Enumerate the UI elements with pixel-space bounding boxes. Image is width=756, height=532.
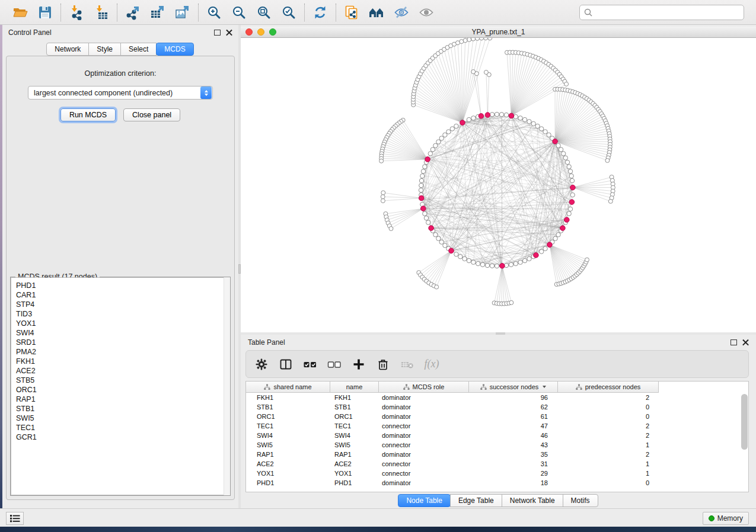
delete-columns-icon[interactable] — [376, 357, 390, 371]
list-item[interactable]: STP4 — [16, 300, 225, 309]
list-item[interactable]: PMA2 — [16, 347, 225, 357]
import-network-icon[interactable] — [68, 4, 85, 21]
network-canvas[interactable] — [241, 38, 756, 332]
table-cell: TEC1 — [330, 422, 379, 430]
list-item[interactable]: SWI4 — [16, 328, 225, 338]
list-item[interactable]: PHD1 — [16, 281, 225, 290]
tab-edge-table[interactable]: Edge Table — [450, 494, 502, 507]
list-item[interactable]: ACE2 — [16, 366, 225, 376]
column-header-name[interactable]: name — [330, 382, 379, 393]
table-cell: 61 — [469, 413, 558, 420]
search-box[interactable] — [579, 5, 744, 20]
open-file-icon[interactable] — [12, 4, 28, 21]
tab-select[interactable]: Select — [120, 43, 157, 56]
run-mcds-button[interactable]: Run MCDS — [60, 108, 116, 121]
export-network-icon[interactable] — [125, 4, 141, 21]
tab-style[interactable]: Style — [88, 43, 121, 56]
list-item[interactable]: RAP1 — [16, 395, 225, 404]
function-builder-icon[interactable]: f(x) — [425, 357, 439, 371]
select-all-columns-icon[interactable] — [303, 357, 317, 371]
tab-network-table[interactable]: Network Table — [502, 494, 563, 507]
show-columns-icon[interactable] — [279, 357, 293, 371]
float-panel-icon[interactable] — [731, 339, 737, 345]
table-cell: 1 — [558, 460, 659, 467]
zoom-in-icon[interactable] — [206, 4, 222, 21]
save-session-icon[interactable] — [37, 4, 53, 21]
zoom-out-icon[interactable] — [231, 4, 247, 21]
list-item[interactable]: STB5 — [16, 376, 225, 385]
new-network-from-selection-icon[interactable] — [343, 4, 360, 21]
node-table[interactable]: shared namenameMCDS rolesuccessor nodesp… — [245, 381, 749, 492]
table-cell: 0 — [558, 479, 659, 486]
table-cell: SWI5 — [330, 441, 379, 448]
mcds-tab-content: Optimization criterion: largest connecte… — [6, 56, 235, 500]
tab-node-table[interactable]: Node Table — [398, 494, 451, 507]
close-panel-icon[interactable] — [226, 30, 232, 36]
export-table-icon[interactable] — [149, 4, 166, 21]
hide-selected-icon[interactable] — [393, 4, 410, 21]
unselect-all-columns-icon[interactable] — [327, 357, 342, 371]
list-item[interactable]: STB1 — [16, 404, 225, 414]
delete-table-icon[interactable] — [400, 357, 414, 371]
table-row[interactable]: SWI4SWI4dominator462 — [246, 431, 748, 440]
table-row[interactable]: STB1STB1dominator620 — [246, 402, 748, 412]
network-window-titlebar[interactable]: YPA_prune.txt_1 — [241, 27, 756, 38]
table-row[interactable]: ORC1ORC1dominator610 — [246, 412, 748, 421]
close-panel-button[interactable]: Close panel — [123, 108, 180, 121]
table-row[interactable]: ACE2ACE2connector311 — [246, 459, 748, 469]
tab-motifs[interactable]: Motifs — [563, 494, 598, 507]
zoom-selected-icon[interactable] — [280, 4, 297, 21]
show-all-icon[interactable] — [418, 4, 435, 21]
list-item[interactable]: CAR1 — [16, 290, 225, 300]
mcds-list-scrollbar[interactable] — [224, 277, 230, 495]
criterion-select[interactable]: largest connected component (undirected) — [28, 86, 213, 100]
table-row[interactable]: FKH1FKH1dominator962 — [246, 393, 748, 402]
close-panel-icon[interactable] — [742, 339, 749, 346]
panel-menu-button[interactable] — [6, 512, 24, 525]
table-row[interactable]: SWI5SWI5connector431 — [246, 440, 748, 450]
mcds-result-group: MCDS result (17 nodes) PHD1CAR1STP4TID3Y… — [10, 277, 231, 496]
column-header-predecessor-nodes[interactable]: predecessor nodes — [558, 382, 659, 393]
search-input[interactable] — [593, 8, 740, 17]
table-cell: 1 — [558, 470, 659, 477]
table-cell: dominator — [379, 479, 469, 486]
memory-status-icon — [709, 515, 714, 521]
list-item[interactable]: YOX1 — [16, 319, 225, 328]
table-row[interactable]: TEC1TEC1connector472 — [246, 421, 748, 431]
table-cell: STB1 — [246, 403, 330, 411]
add-column-icon[interactable] — [352, 357, 366, 371]
list-item[interactable]: TEC1 — [16, 423, 225, 432]
mcds-result-list[interactable]: PHD1CAR1STP4TID3YOX1SWI4SRD1PMA2FKH1ACE2… — [11, 277, 230, 495]
table-scrollbar-thumb[interactable] — [741, 394, 748, 450]
list-item[interactable]: ORC1 — [16, 385, 225, 395]
refresh-view-icon[interactable] — [312, 4, 328, 21]
tab-mcds[interactable]: MCDS — [156, 43, 193, 56]
memory-button[interactable]: Memory — [703, 512, 749, 525]
column-header-shared-name[interactable]: shared name — [246, 382, 330, 393]
table-cell: connector — [379, 441, 469, 448]
list-item[interactable]: SRD1 — [16, 338, 225, 347]
table-cell: ORC1 — [246, 413, 330, 420]
list-item[interactable]: TID3 — [16, 309, 225, 319]
export-image-icon[interactable] — [174, 4, 191, 21]
first-neighbors-icon[interactable] — [368, 4, 385, 21]
zoom-fit-icon[interactable] — [256, 4, 272, 21]
list-item[interactable]: SWI5 — [16, 414, 225, 423]
table-cell: FKH1 — [246, 394, 330, 401]
table-cell: PHD1 — [246, 479, 330, 486]
column-header-MCDS-role[interactable]: MCDS role — [379, 382, 469, 393]
float-panel-icon[interactable] — [214, 30, 221, 36]
list-item[interactable]: FKH1 — [16, 357, 225, 366]
table-row[interactable]: RAP1RAP1dominator352 — [246, 450, 748, 459]
table-cell: 2 — [558, 422, 659, 430]
table-cell: 35 — [469, 451, 558, 458]
table-settings-icon[interactable] — [254, 357, 269, 371]
table-row[interactable]: YOX1YOX1connector291 — [246, 469, 748, 478]
tab-network[interactable]: Network — [46, 43, 89, 56]
import-table-icon[interactable] — [93, 4, 110, 21]
table-cell: TEC1 — [246, 422, 330, 430]
column-header-successor-nodes[interactable]: successor nodes — [469, 382, 558, 393]
table-row[interactable]: PHD1PHD1dominator180 — [246, 478, 748, 488]
network-graph[interactable] — [241, 38, 756, 332]
list-item[interactable]: GCR1 — [16, 432, 225, 442]
